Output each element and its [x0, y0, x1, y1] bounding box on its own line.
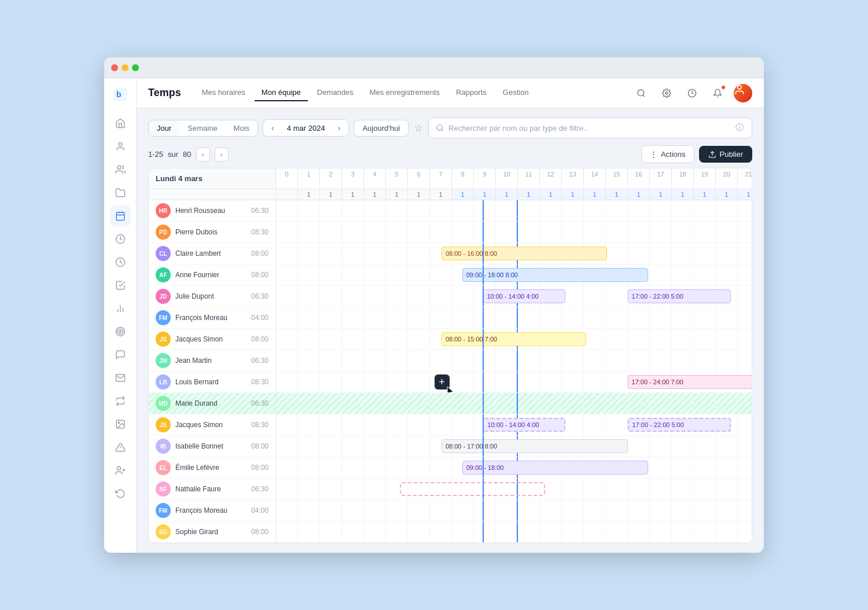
- target-icon[interactable]: [110, 321, 131, 342]
- employee-schedule[interactable]: [276, 393, 752, 414]
- employee-info[interactable]: CLClaire Lambert08:00: [149, 243, 276, 264]
- employee-schedule[interactable]: 17:00 - 24:00 7:00+: [276, 372, 752, 392]
- shift-bar[interactable]: 10:00 - 14:00 4:00: [483, 418, 565, 432]
- shift-bar[interactable]: 17:00 - 24:00 7:00: [628, 375, 752, 389]
- prev-date-button[interactable]: ‹: [269, 122, 277, 134]
- next-date-button[interactable]: ›: [336, 122, 343, 134]
- employee-info[interactable]: MDMarie Durand06:30: [149, 393, 276, 414]
- employee-info[interactable]: SGSophie Girard08:00: [149, 521, 276, 542]
- check-square-icon[interactable]: [110, 275, 131, 296]
- employee-schedule[interactable]: [276, 222, 752, 242]
- shift-bar[interactable]: 09:00 - 18:00: [462, 461, 649, 475]
- app-window: b: [104, 57, 764, 553]
- count-19: 1: [694, 189, 716, 200]
- employee-info[interactable]: JSJacques Simon08:00: [149, 329, 276, 350]
- shift-bar[interactable]: 08:00 - 16:00 8:00: [442, 247, 607, 260]
- mail-icon[interactable]: [110, 368, 131, 388]
- titlebar: [104, 57, 764, 78]
- week-view-button[interactable]: Semaine: [179, 120, 225, 136]
- search-input[interactable]: [448, 124, 730, 133]
- user-plus-icon[interactable]: [110, 460, 131, 481]
- employee-schedule[interactable]: [276, 307, 752, 328]
- message-icon[interactable]: [110, 344, 131, 365]
- employee-info[interactable]: JDJulie Dupont06:30: [149, 286, 276, 307]
- shift-bar[interactable]: [400, 482, 545, 496]
- table-row: CLClaire Lambert08:0008:00 - 16:00 8:00: [149, 243, 752, 264]
- employee-schedule[interactable]: [276, 200, 752, 221]
- employee-schedule[interactable]: 08:00 - 15:00 7:00: [276, 329, 752, 350]
- home-icon[interactable]: [110, 113, 131, 134]
- search-nav-button[interactable]: [632, 84, 650, 102]
- employee-schedule[interactable]: [276, 521, 752, 542]
- employee-info[interactable]: NFNathalie Faure06:30: [149, 479, 276, 499]
- employee-info[interactable]: LBLouis Bernard08:30: [149, 372, 276, 392]
- employee-schedule[interactable]: 09:00 - 18:00 8:00: [276, 264, 752, 285]
- alert-icon[interactable]: [110, 437, 131, 458]
- clock2-icon[interactable]: [110, 252, 131, 273]
- employee-schedule[interactable]: 10:00 - 14:00 4:0017:00 - 22:00 5:00: [276, 286, 752, 307]
- nav-rapports[interactable]: Rapports: [449, 84, 494, 101]
- shift-bar[interactable]: 10:00 - 14:00 4:00: [483, 289, 565, 303]
- employee-schedule[interactable]: [276, 350, 752, 371]
- person-icon[interactable]: [110, 136, 131, 157]
- maximize-dot[interactable]: [132, 64, 139, 71]
- employee-info[interactable]: IBIsabelle Bonnet08:00: [149, 436, 276, 457]
- team-icon[interactable]: [110, 159, 131, 180]
- nav-mon-equipe[interactable]: Mon équipe: [255, 84, 308, 101]
- employee-schedule[interactable]: 08:00 - 17:00 8:00: [276, 436, 752, 457]
- shift-bar[interactable]: 09:00 - 18:00 8:00: [462, 268, 649, 282]
- employee-info[interactable]: FMFrançois Moreau04:00: [149, 500, 276, 521]
- favorite-button[interactable]: ☆: [413, 122, 424, 135]
- timer-button[interactable]: [683, 84, 701, 102]
- hour-3: 3: [342, 168, 364, 189]
- calendar-icon[interactable]: [110, 205, 131, 226]
- folder-icon[interactable]: [110, 182, 131, 203]
- count-16: 1: [628, 189, 650, 200]
- day-view-button[interactable]: Jour: [149, 120, 179, 136]
- employee-info[interactable]: FMFrançois Moreau04:00: [149, 307, 276, 328]
- sidebar: b: [104, 78, 137, 553]
- shift-bar[interactable]: 17:00 - 22:00 5:00: [628, 418, 731, 432]
- nav-mes-enregistrements[interactable]: Mes enregistrements: [363, 84, 447, 101]
- publish-button[interactable]: Publier: [699, 146, 752, 163]
- nav-demandes[interactable]: Demandes: [310, 84, 361, 101]
- search-info-button[interactable]: ⓘ: [734, 122, 745, 134]
- search-bar: ⓘ: [428, 117, 752, 138]
- next-page-button[interactable]: ›: [215, 148, 229, 161]
- shift-bar[interactable]: 17:00 - 22:00 5:00: [628, 289, 731, 303]
- transfer-icon[interactable]: [110, 391, 131, 411]
- minimize-dot[interactable]: [122, 64, 128, 71]
- actions-button[interactable]: ⋮ Actions: [641, 145, 694, 163]
- employee-schedule[interactable]: [276, 479, 752, 499]
- clock-icon[interactable]: [110, 229, 131, 249]
- employee-schedule[interactable]: 08:00 - 16:00 8:00: [276, 243, 752, 264]
- employee-schedule[interactable]: 10:00 - 14:0009:00 - 18:00: [276, 457, 752, 478]
- employee-info[interactable]: PDPierre Dubois08:30: [149, 222, 276, 242]
- employee-info[interactable]: ELÉmilie Lefèvre08:00: [149, 457, 276, 478]
- employee-name: Nathalie Faure: [175, 485, 243, 493]
- employee-schedule[interactable]: 10:00 - 14:00 4:0017:00 - 22:00 5:00: [276, 414, 752, 435]
- today-button[interactable]: Aujourd'hui: [354, 120, 409, 137]
- employee-schedule[interactable]: [276, 500, 752, 521]
- close-dot[interactable]: [111, 64, 118, 71]
- prev-page-button[interactable]: ‹: [196, 148, 210, 161]
- employee-info[interactable]: AFAnne Fournier08:00: [149, 264, 276, 285]
- shift-bar[interactable]: 08:00 - 17:00 8:00: [442, 439, 628, 453]
- history-icon[interactable]: [110, 483, 131, 504]
- employee-info[interactable]: HRHenri Rousseau06:30: [149, 200, 276, 221]
- user-avatar[interactable]: [734, 84, 752, 102]
- notification-button[interactable]: [708, 84, 727, 102]
- shift-bar[interactable]: 08:00 - 15:00 7:00: [442, 332, 586, 346]
- nav-mes-horaires[interactable]: Mes horaires: [195, 84, 252, 101]
- employee-info[interactable]: JMJean Martin06:30: [149, 350, 276, 371]
- settings-button[interactable]: [657, 84, 676, 102]
- nav-gestion[interactable]: Gestion: [496, 84, 536, 101]
- count-7: 1: [430, 189, 452, 200]
- employee-info[interactable]: JSJacques Simon08:30: [149, 414, 276, 435]
- table-row: AFAnne Fournier08:0009:00 - 18:00 8:00: [149, 264, 752, 286]
- pagination-sep: sur: [168, 150, 178, 159]
- month-view-button[interactable]: Mois: [226, 120, 258, 136]
- image-icon[interactable]: [110, 414, 131, 435]
- chart-icon[interactable]: [110, 298, 131, 319]
- sidebar-logo[interactable]: b: [111, 85, 130, 104]
